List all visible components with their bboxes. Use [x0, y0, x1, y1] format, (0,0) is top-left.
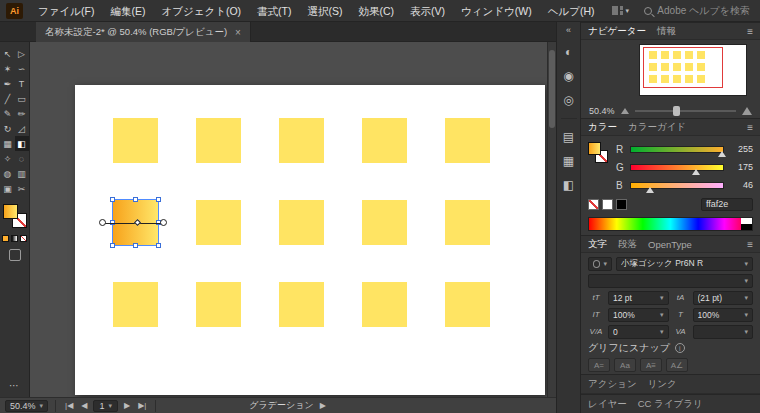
type-tool[interactable]: T — [15, 76, 29, 91]
navigator-thumbnail[interactable] — [639, 44, 747, 96]
tab-paragraph[interactable]: 段落 — [618, 238, 637, 251]
expand-panels-button[interactable]: « — [566, 25, 571, 35]
leading-combo[interactable]: (21 pt) — [693, 291, 754, 305]
info-icon[interactable] — [675, 343, 685, 353]
dock-icon-symbols[interactable]: ◧ — [559, 174, 579, 196]
help-search[interactable]: Adobe ヘルプを検索 — [644, 4, 754, 18]
gradient-start-handle[interactable] — [99, 219, 106, 226]
kerning-combo[interactable]: 0 — [608, 325, 669, 339]
edit-toolbar-button[interactable]: ⋯ — [9, 380, 20, 391]
green-value[interactable]: 175 — [729, 162, 753, 172]
menu-help[interactable]: ヘルプ(H) — [541, 0, 602, 22]
red-slider-thumb[interactable] — [718, 151, 726, 157]
paintbrush-tool[interactable]: ✎ — [1, 106, 15, 121]
status-expand-icon[interactable] — [318, 401, 328, 410]
previous-artboard-button[interactable] — [79, 401, 89, 410]
scale-tool[interactable]: ◿ — [15, 121, 29, 136]
navigator-view-box[interactable] — [643, 47, 723, 88]
column-graph-tool[interactable]: ▥ — [15, 166, 29, 181]
selection-handle[interactable] — [156, 243, 161, 248]
blue-slider-thumb[interactable] — [646, 187, 654, 193]
font-search-combo[interactable] — [588, 257, 612, 271]
font-style-combo[interactable] — [588, 274, 753, 288]
artwork-square[interactable] — [196, 118, 241, 163]
navigator-zoom-value[interactable]: 50.4% — [589, 106, 615, 116]
selection-handle[interactable] — [133, 243, 138, 248]
close-tab-button[interactable]: × — [235, 27, 241, 38]
artwork-square[interactable] — [445, 118, 490, 163]
red-value[interactable]: 255 — [729, 144, 753, 154]
next-artboard-button[interactable] — [122, 401, 132, 410]
artwork-square[interactable] — [362, 282, 407, 327]
font-size-combo[interactable]: 12 pt — [608, 291, 669, 305]
draw-mode-button[interactable] — [9, 249, 21, 261]
tab-links[interactable]: リンク — [648, 378, 677, 391]
direct-selection-tool[interactable]: ▷ — [15, 46, 29, 61]
selection-handle[interactable] — [110, 197, 115, 202]
mesh-tool[interactable]: ▦ — [1, 136, 15, 151]
rotate-tool[interactable]: ↻ — [1, 121, 15, 136]
none-fill-button[interactable] — [20, 235, 27, 242]
color-fill-button[interactable] — [2, 235, 9, 242]
dock-icon-appearance[interactable]: ◎ — [559, 89, 579, 111]
blend-tool[interactable]: ◌ — [15, 151, 29, 166]
last-artboard-button[interactable] — [136, 401, 148, 410]
hex-value-field[interactable]: ffaf2e — [701, 198, 753, 211]
tab-navigator[interactable]: ナビゲーター — [588, 25, 646, 38]
pencil-tool[interactable]: ✏ — [15, 106, 29, 121]
menu-view[interactable]: 表示(V) — [403, 0, 452, 22]
glyph-snap-option-3[interactable]: A≡ — [640, 358, 662, 372]
black-swatch[interactable] — [616, 199, 627, 210]
tab-opentype[interactable]: OpenType — [648, 239, 692, 250]
fill-color-swatch[interactable] — [588, 142, 601, 155]
artwork-square[interactable] — [113, 282, 158, 327]
menu-object[interactable]: オブジェクト(O) — [154, 0, 248, 22]
panel-menu-icon[interactable] — [747, 122, 753, 133]
document-tab[interactable]: 名称未設定-2* @ 50.4% (RGB/プレビュー) × — [36, 22, 251, 42]
tab-info[interactable]: 情報 — [657, 25, 676, 38]
horizontal-scale-combo[interactable]: 100% — [693, 308, 754, 322]
gradient-end-handle[interactable] — [160, 219, 167, 226]
gradient-fill-button[interactable] — [11, 235, 18, 242]
artwork-square[interactable] — [196, 282, 241, 327]
green-slider-thumb[interactable] — [692, 169, 700, 175]
line-segment-tool[interactable]: ╱ — [1, 91, 15, 106]
artwork-square[interactable] — [279, 200, 324, 245]
eyedropper-tool[interactable]: ✧ — [1, 151, 15, 166]
symbol-sprayer-tool[interactable]: ◍ — [1, 166, 15, 181]
lasso-tool[interactable]: ∽ — [15, 61, 29, 76]
artwork-square[interactable] — [279, 118, 324, 163]
white-swatch[interactable] — [602, 199, 613, 210]
gradient-midpoint-handle[interactable] — [134, 218, 141, 225]
red-slider[interactable] — [630, 146, 724, 153]
zoom-out-icon[interactable] — [621, 108, 629, 114]
slice-tool[interactable]: ✂ — [15, 181, 29, 196]
artwork-square[interactable] — [362, 200, 407, 245]
artwork-square[interactable] — [113, 118, 158, 163]
fill-stroke-indicator[interactable] — [3, 204, 27, 228]
none-swatch[interactable] — [588, 199, 599, 210]
pen-tool[interactable]: ✒ — [1, 76, 15, 91]
tab-layers[interactable]: レイヤー — [588, 398, 627, 411]
menu-window[interactable]: ウィンドウ(W) — [454, 0, 539, 22]
first-artboard-button[interactable] — [63, 401, 75, 410]
white-black-ramp[interactable] — [741, 218, 752, 230]
font-family-combo[interactable]: 小塚ゴシック Pr6N R — [616, 257, 753, 271]
magic-wand-tool[interactable]: ✶ — [1, 61, 15, 76]
tab-character[interactable]: 文字 — [588, 238, 607, 251]
dock-icon-swatches[interactable]: ▤ — [559, 126, 579, 148]
canvas[interactable] — [30, 42, 556, 397]
tab-cc-libraries[interactable]: CC ライブラリ — [638, 398, 703, 411]
selection-handle[interactable] — [110, 243, 115, 248]
artwork-square[interactable] — [196, 200, 241, 245]
tab-actions[interactable]: アクション — [588, 378, 637, 391]
artwork-square[interactable] — [445, 200, 490, 245]
green-slider[interactable] — [630, 164, 724, 171]
blue-value[interactable]: 46 — [729, 180, 753, 190]
artboard-tool[interactable]: ▣ — [1, 181, 15, 196]
color-spectrum-bar[interactable] — [588, 217, 753, 231]
artboard[interactable] — [75, 85, 545, 395]
dock-icon-properties[interactable]: ◐ — [559, 41, 579, 63]
navigator-zoom-slider-thumb[interactable] — [673, 106, 680, 116]
blue-slider[interactable] — [630, 182, 724, 189]
